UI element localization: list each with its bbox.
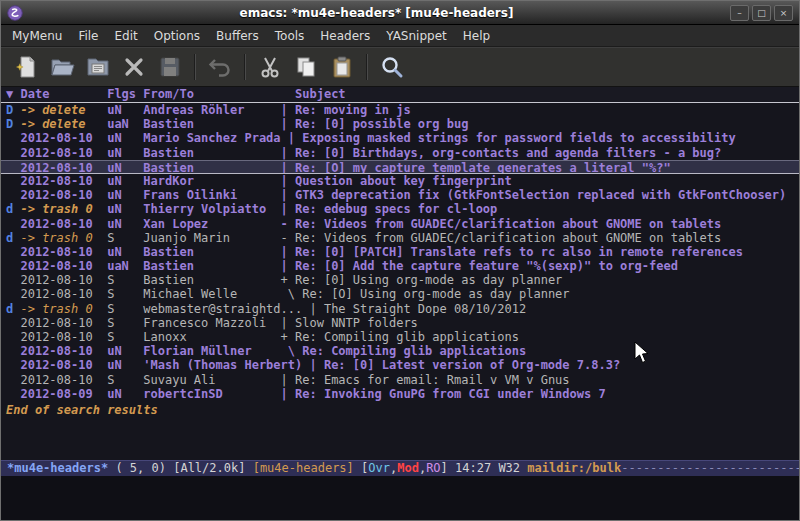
end-of-results-text: End of search results xyxy=(1,403,799,417)
flags-cell: uaN xyxy=(107,259,143,273)
menu-item-headers[interactable]: Headers xyxy=(312,26,378,46)
date-cell: -> delete xyxy=(20,103,107,117)
message-row[interactable]: 2012-08-10 S Bastien + Re: [0] Using org… xyxy=(1,273,799,287)
thread-cell: | xyxy=(309,302,323,316)
message-row[interactable]: 2012-08-10 uN Frans Oilinki | GTK3 depre… xyxy=(1,188,799,202)
date-cell: 2012-08-10 xyxy=(20,358,107,372)
message-row[interactable]: 2012-08-10 uN Florian Müllner \ Re: Comp… xyxy=(1,344,799,358)
from-cell: Thierry Volpiatto xyxy=(143,202,280,216)
thread-cell: | xyxy=(288,131,302,145)
message-row[interactable]: d -> trash 0 S Juanjo Marin - Re: Videos… xyxy=(1,231,799,245)
copy-button[interactable] xyxy=(291,52,321,82)
subject-cell: Re: [0] Add the capture feature "%(sexp)… xyxy=(295,259,678,273)
search-button[interactable] xyxy=(377,52,407,82)
from-cell: Lanoxx xyxy=(143,330,280,344)
flags-cell: uN xyxy=(107,131,143,145)
flags-cell: uN xyxy=(107,387,143,401)
new-file-button[interactable] xyxy=(11,52,41,82)
message-row[interactable]: 2012-08-10 uaN Bastien | Re: [0] Add the… xyxy=(1,259,799,273)
modeline-segment-plain: ] xyxy=(441,461,455,475)
open-file-button[interactable] xyxy=(47,52,77,82)
message-row[interactable]: 2012-08-10 S Lanoxx + Re: Compiling glib… xyxy=(1,330,799,344)
date-cell: -> trash 0 xyxy=(20,302,107,316)
close-button[interactable]: × xyxy=(774,5,793,21)
save-button[interactable] xyxy=(155,52,185,82)
flags-cell: uN xyxy=(107,103,143,117)
undo-button[interactable] xyxy=(205,52,235,82)
message-row[interactable]: D -> delete uaN Bastien | Re: [0] possib… xyxy=(1,117,799,131)
thread-cell: | xyxy=(281,174,295,188)
mu4e-headers-buffer: ▼ Date Flgs From/To Subject D -> delete … xyxy=(1,87,799,460)
message-row[interactable]: 2012-08-09 uN robertcInSD | Re: Invoking… xyxy=(1,387,799,401)
subject-cell: Slow NNTP folders xyxy=(295,316,418,330)
date-cell: 2012-08-10 xyxy=(20,161,107,174)
kill-buffer-button[interactable] xyxy=(119,52,149,82)
menu-item-mymenu[interactable]: MyMenu xyxy=(4,26,70,46)
subject-cell: Re: Compiling glib applications xyxy=(302,344,526,358)
date-cell: 2012-08-10 xyxy=(20,217,107,231)
flags-cell: S xyxy=(107,302,143,316)
message-row[interactable]: 2012-08-10 uN Bastien | Re: [0] Birthday… xyxy=(1,146,799,160)
message-row[interactable]: 2012-08-10 uN Mario Sanchez Prada | Expo… xyxy=(1,131,799,145)
message-row[interactable]: d -> trash 0 S webmaster@straightd... | … xyxy=(1,302,799,316)
message-row[interactable]: 2012-08-10 uN Bastien | Re: [O] my captu… xyxy=(1,160,799,174)
dired-button[interactable] xyxy=(83,52,113,82)
flags-cell: uN xyxy=(107,161,143,174)
message-row[interactable]: 2012-08-10 uN Bastien | Re: [0] [PATCH] … xyxy=(1,245,799,259)
message-row[interactable]: 2012-08-10 uN 'Mash (Thomas Herbert) | R… xyxy=(1,358,799,372)
subject-cell: Re: [0] possible org bug xyxy=(295,117,468,131)
menu-item-buffers[interactable]: Buffers xyxy=(208,26,267,46)
message-row[interactable]: 2012-08-10 uN Xan Lopez - Re: Videos fro… xyxy=(1,217,799,231)
message-row[interactable]: D -> delete uN Andreas Röhler | Re: movi… xyxy=(1,103,799,117)
date-cell: 2012-08-10 xyxy=(20,174,107,188)
modeline-segment-plain: [All/2.0k] xyxy=(173,461,252,475)
maximize-button[interactable]: □ xyxy=(752,5,771,21)
message-row[interactable]: 2012-08-10 S Michael Welle \ Re: [O] Usi… xyxy=(1,287,799,301)
minimize-button[interactable]: – xyxy=(730,5,749,21)
mark-cell xyxy=(6,146,20,160)
message-row[interactable]: 2012-08-10 uN HardKor | Question about k… xyxy=(1,174,799,188)
kill-buffer-icon xyxy=(121,54,147,80)
menu-item-tools[interactable]: Tools xyxy=(267,26,313,46)
from-cell: HardKor xyxy=(143,174,280,188)
modeline-segment-ro: RO xyxy=(426,461,440,475)
header-line[interactable]: ▼ Date Flgs From/To Subject xyxy=(1,87,799,103)
paste-button[interactable] xyxy=(327,52,357,82)
message-list: D -> delete uN Andreas Röhler | Re: movi… xyxy=(1,103,799,401)
paste-icon xyxy=(329,54,355,80)
subject-cell: Re: [O] my capture template generates a … xyxy=(295,161,671,174)
flags-cell: S xyxy=(107,330,143,344)
from-cell: Michael Welle xyxy=(143,287,280,301)
flags-cell: S xyxy=(107,287,143,301)
menubar: MyMenuFileEditOptionsBuffersToolsHeaders… xyxy=(1,25,799,47)
menu-item-options[interactable]: Options xyxy=(146,26,208,46)
echo-area[interactable] xyxy=(1,476,799,520)
thread-cell: | xyxy=(281,316,295,330)
menu-item-file[interactable]: File xyxy=(70,26,106,46)
mark-cell xyxy=(6,161,20,174)
mark-cell xyxy=(6,188,20,202)
flags-cell: S xyxy=(107,373,143,387)
date-cell: 2012-08-10 xyxy=(20,330,107,344)
subject-cell: Re: Invoking GnuPG from CGI under Window… xyxy=(295,387,606,401)
flags-cell: uN xyxy=(107,146,143,160)
menu-item-edit[interactable]: Edit xyxy=(107,26,146,46)
save-icon xyxy=(157,54,183,80)
modeline-segment-plain: ( 5, 0) xyxy=(108,461,173,475)
date-cell: -> trash 0 xyxy=(20,231,107,245)
mark-cell xyxy=(6,273,20,287)
thread-cell: | xyxy=(281,188,295,202)
message-row[interactable]: 2012-08-10 S Francesco Mazzoli | Slow NN… xyxy=(1,316,799,330)
new-file-icon xyxy=(13,54,39,80)
subject-cell: The Straight Dope 08/10/2012 xyxy=(324,302,526,316)
undo-icon xyxy=(207,54,233,80)
mark-cell xyxy=(6,344,20,358)
from-cell: Xan Lopez xyxy=(143,217,280,231)
menu-item-help[interactable]: Help xyxy=(455,26,498,46)
message-row[interactable]: d -> trash 0 uN Thierry Volpiatto | Re: … xyxy=(1,202,799,216)
thread-cell: \ xyxy=(281,344,303,358)
cut-button[interactable] xyxy=(255,52,285,82)
message-row[interactable]: 2012-08-10 S Suvayu Ali | Re: Emacs for … xyxy=(1,373,799,387)
menu-item-yasnippet[interactable]: YASnippet xyxy=(378,26,455,46)
open-file-icon xyxy=(49,54,75,80)
